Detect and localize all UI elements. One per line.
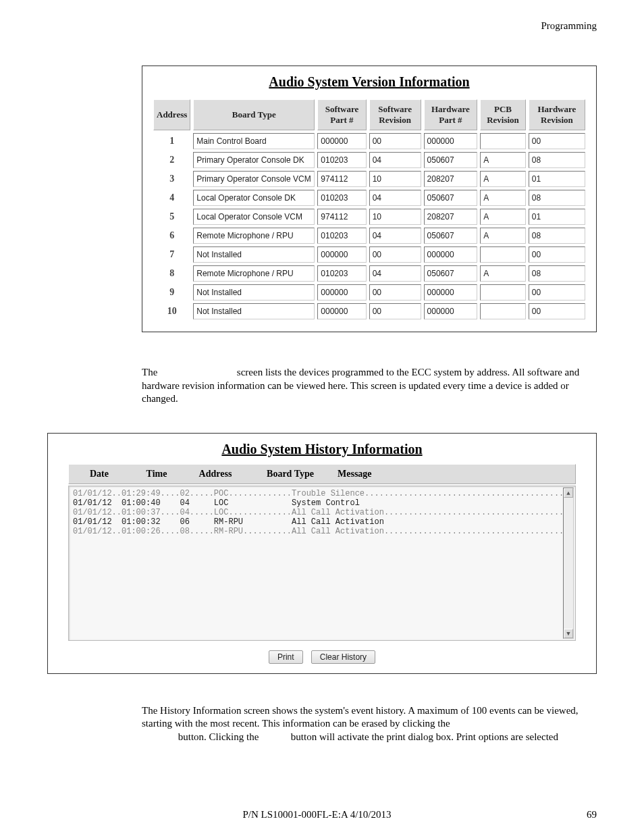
cell-hwpart: 050607 (424, 228, 478, 244)
history-info-panel: Audio System History Information Date Ti… (47, 433, 597, 674)
version-table-header-row: Address Board Type Software Part # Softw… (153, 99, 585, 130)
para2-part-b: button. Clicking the (178, 731, 261, 742)
cell-hwrev: 00 (529, 284, 585, 301)
header-section: Programming (47, 20, 597, 32)
history-description: The History Information screen shows the… (142, 704, 597, 744)
cell-swrev: 00 (369, 303, 421, 319)
cell-swpart: 974112 (317, 209, 366, 225)
version-info-panel: Audio System Version Information Address… (142, 66, 597, 332)
hist-col-board: Board Type (247, 467, 333, 481)
cell-swpart: 000000 (317, 133, 366, 149)
table-row: 9Not Installed0000000000000000 (153, 284, 585, 301)
cell-swpart: 000000 (317, 303, 366, 319)
col-hwpart: Hardware Part # (424, 99, 478, 130)
cell-swrev: 00 (369, 284, 421, 301)
page-footer: P/N LS10001-000FL-E:A 4/10/2013 69 (47, 809, 597, 820)
cell-hwpart: 050607 (424, 190, 478, 206)
cell-address: 9 (153, 284, 190, 301)
version-panel-title: Audio System Version Information (151, 74, 588, 90)
scroll-up-icon[interactable]: ▲ (564, 488, 573, 498)
history-headers: Date Time Address Board Type Message (68, 464, 576, 484)
cell-hwpart: 000000 (424, 246, 478, 263)
table-row: 5Local Operator Console VCM9741121020820… (153, 209, 585, 225)
cell-hwrev: 08 (529, 152, 585, 168)
history-scrollbar[interactable]: ▲▼ (563, 488, 574, 639)
cell-pcb (480, 246, 526, 263)
cell-swpart: 974112 (317, 171, 366, 187)
cell-pcb: A (480, 228, 526, 244)
table-row: 2Primary Operator Console DK010203040506… (153, 152, 585, 168)
cell-swrev: 04 (369, 228, 421, 244)
cell-hwpart: 000000 (424, 303, 478, 319)
col-hwrev: Hardware Revision (529, 99, 585, 130)
cell-address: 6 (153, 228, 190, 244)
scroll-down-icon[interactable]: ▼ (564, 629, 573, 638)
cell-board: Local Operator Console VCM (193, 209, 315, 225)
cell-swrev: 04 (369, 265, 421, 282)
table-row: 4Local Operator Console DK01020304050607… (153, 190, 585, 206)
col-swpart: Software Part # (317, 99, 366, 130)
table-row: 1Main Control Board0000000000000000 (153, 133, 585, 149)
cell-pcb: A (480, 171, 526, 187)
cell-pcb: A (480, 265, 526, 282)
cell-hwrev: 08 (529, 190, 585, 206)
cell-pcb: A (480, 152, 526, 168)
hist-col-address: Address (184, 467, 247, 481)
clear-history-button[interactable]: Clear History (311, 650, 375, 664)
hist-col-date: Date (69, 467, 130, 481)
cell-hwpart: 050607 (424, 152, 478, 168)
cell-address: 4 (153, 190, 190, 206)
cell-swpart: 010203 (317, 228, 366, 244)
cell-address: 2 (153, 152, 190, 168)
cell-board: Not Installed (193, 303, 315, 319)
cell-swrev: 00 (369, 133, 421, 149)
history-log-area[interactable]: 01/01/12..01:29:49....02.....POC........… (68, 486, 576, 641)
para2-part-a: The History Information screen shows the… (142, 705, 579, 729)
cell-address: 8 (153, 265, 190, 282)
cell-pcb: A (480, 209, 526, 225)
cell-swrev: 10 (369, 209, 421, 225)
cell-board: Remote Microphone / RPU (193, 228, 315, 244)
para2-part-c: button will activate the print dialog bo… (291, 731, 558, 742)
cell-board: Primary Operator Console VCM (193, 171, 315, 187)
cell-hwpart: 000000 (424, 284, 478, 301)
cell-swrev: 00 (369, 246, 421, 263)
col-board: Board Type (193, 99, 315, 130)
hist-col-time: Time (130, 467, 184, 481)
history-panel-title: Audio System History Information (56, 442, 588, 457)
cell-board: Primary Operator Console DK (193, 152, 315, 168)
cell-hwrev: 08 (529, 228, 585, 244)
cell-hwrev: 01 (529, 209, 585, 225)
cell-address: 10 (153, 303, 190, 319)
cell-swpart: 010203 (317, 265, 366, 282)
cell-board: Remote Microphone / RPU (193, 265, 315, 282)
para1-part-b: screen lists the devices programmed to t… (142, 367, 579, 404)
history-log-line: 01/01/12..01:00:26....08.....RM-RPU.....… (73, 527, 571, 536)
para1-part-a: The (142, 367, 160, 377)
cell-pcb (480, 284, 526, 301)
history-log-line: 01/01/12 01:00:32 06 RM-RPU All Call Act… (73, 517, 571, 527)
col-pcb: PCB Revision (480, 99, 526, 130)
cell-hwpart: 208207 (424, 209, 478, 225)
hist-col-message: Message (333, 467, 575, 481)
cell-hwpart: 050607 (424, 265, 478, 282)
cell-swpart: 000000 (317, 284, 366, 301)
cell-swrev: 04 (369, 190, 421, 206)
cell-swpart: 010203 (317, 190, 366, 206)
cell-board: Not Installed (193, 246, 315, 263)
table-row: 3Primary Operator Console VCM97411210208… (153, 171, 585, 187)
cell-board: Not Installed (193, 284, 315, 301)
cell-hwpart: 208207 (424, 171, 478, 187)
cell-board: Main Control Board (193, 133, 315, 149)
cell-swrev: 10 (369, 171, 421, 187)
cell-pcb (480, 303, 526, 319)
cell-address: 1 (153, 133, 190, 149)
cell-hwrev: 00 (529, 303, 585, 319)
cell-hwrev: 00 (529, 246, 585, 263)
cell-pcb (480, 133, 526, 149)
print-button[interactable]: Print (269, 650, 303, 664)
table-row: 7Not Installed0000000000000000 (153, 246, 585, 263)
cell-hwpart: 000000 (424, 133, 478, 149)
version-table: Address Board Type Software Part # Softw… (151, 97, 588, 322)
history-log-line: 01/01/12..01:00:37....04.....LOC........… (73, 508, 571, 517)
